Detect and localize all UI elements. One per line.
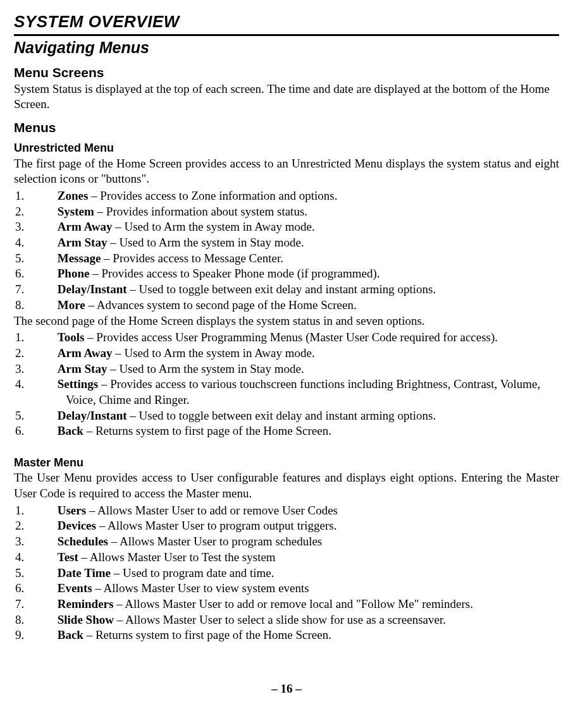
item-number: 2. [40, 346, 54, 361]
master-intro: The User Menu provides access to User co… [14, 470, 559, 501]
item-number: 7. [40, 282, 54, 298]
item-term: Arm Away [58, 346, 113, 360]
item-desc: – Allows Master User to program schedule… [108, 535, 322, 548]
item-number: 5. [40, 566, 54, 581]
list-item: 4. Test – Allows Master User to Test the… [14, 550, 559, 566]
item-desc: – Allows Master User to Test the system [78, 550, 276, 564]
unrestricted-menu-heading: Unrestricted Menu [14, 141, 559, 155]
item-desc: – Allows Master User to add or remove Us… [86, 504, 338, 517]
item-term: Delay/Instant [58, 409, 127, 422]
item-term: More [58, 298, 85, 312]
item-term: Arm Away [58, 220, 113, 233]
item-desc: – Provides information about system stat… [94, 205, 307, 218]
item-desc: – Used to Arm the system in Stay mode. [107, 236, 304, 249]
item-term: Schedules [58, 535, 108, 548]
list-item: 7. Reminders – Allows Master User to add… [14, 597, 559, 612]
item-desc: – Used to program date and time. [111, 566, 274, 579]
item-number: 4. [40, 550, 54, 566]
item-term: Zones [58, 189, 89, 202]
list-item: 4. Settings – Provides access to various… [14, 377, 559, 408]
list-item: 7. Delay/Instant – Used to toggle betwee… [14, 282, 559, 298]
item-term: System [58, 205, 94, 218]
item-term: Reminders [58, 597, 114, 610]
item-term: Back [58, 424, 83, 437]
master-list: 1. Users – Allows Master User to add or … [14, 503, 559, 643]
item-desc: – Provides access to Message Center. [101, 252, 283, 265]
item-desc: – Provides access to various touchscreen… [66, 377, 540, 406]
item-term: Settings [58, 377, 98, 391]
item-number: 9. [40, 628, 54, 643]
list-item: 8. More – Advances system to second page… [14, 298, 559, 313]
list-item: 2. Arm Away – Used to Arm the system in … [14, 346, 559, 361]
item-term: Events [58, 581, 92, 595]
list-item: 2. Devices – Allows Master User to progr… [14, 518, 559, 534]
item-term: Devices [58, 519, 96, 532]
list-item: 6. Back – Returns system to first page o… [14, 423, 559, 439]
unrestricted-list-page2: 1. Tools – Provides access User Programm… [14, 330, 559, 439]
item-term: Delay/Instant [58, 282, 127, 296]
item-number: 2. [40, 204, 54, 220]
item-number: 3. [40, 534, 54, 550]
item-desc: – Allows Master User to view system even… [92, 581, 309, 595]
chapter-title: SYSTEM OVERVIEW [14, 11, 559, 36]
item-term: Arm Stay [58, 362, 108, 375]
item-number: 5. [40, 408, 54, 424]
list-item: 1. Zones – Provides access to Zone infor… [14, 188, 559, 204]
list-item: 3. Arm Stay – Used to Arm the system in … [14, 361, 559, 377]
item-desc: – Used to toggle between exit delay and … [127, 409, 436, 422]
menus-heading: Menus [14, 119, 559, 136]
list-item: 6. Phone – Provides access to Speaker Ph… [14, 266, 559, 282]
item-number: 7. [40, 597, 54, 612]
item-number: 1. [40, 503, 54, 519]
item-term: Slide Show [58, 613, 114, 626]
item-term: Arm Stay [58, 236, 108, 249]
list-item: 8. Slide Show – Allows Master User to se… [14, 612, 559, 628]
list-item: 2. System – Provides information about s… [14, 204, 559, 220]
menu-screens-heading: Menu Screens [14, 64, 559, 81]
item-desc: – Returns system to first page of the Ho… [83, 424, 331, 437]
item-number: 6. [40, 266, 54, 282]
page-number: – 16 – [14, 681, 559, 697]
item-number: 3. [40, 361, 54, 377]
item-number: 4. [40, 377, 54, 392]
list-item: 3. Schedules – Allows Master User to pro… [14, 534, 559, 550]
item-term: Users [58, 504, 86, 517]
menu-screens-text: System Status is displayed at the top of… [14, 82, 559, 112]
item-term: Tools [58, 331, 85, 344]
item-number: 8. [40, 612, 54, 628]
section-title: Navigating Menus [14, 37, 559, 58]
item-number: 3. [40, 219, 54, 235]
item-number: 4. [40, 235, 54, 251]
item-desc: – Used to Arm the system in Stay mode. [107, 362, 304, 375]
list-item: 4. Arm Stay – Used to Arm the system in … [14, 235, 559, 251]
item-desc: – Used to Arm the system in Away mode. [112, 346, 314, 360]
item-term: Date Time [58, 566, 111, 579]
item-number: 1. [40, 330, 54, 346]
list-item: 6. Events – Allows Master User to view s… [14, 581, 559, 597]
item-number: 5. [40, 251, 54, 267]
list-item: 9. Back – Returns system to first page o… [14, 628, 559, 643]
item-number: 1. [40, 188, 54, 204]
item-desc: – Used to Arm the system in Away mode. [112, 220, 314, 233]
unrestricted-mid: The second page of the Home Screen displ… [14, 313, 559, 329]
item-term: Test [58, 550, 78, 564]
list-item: 3. Arm Away – Used to Arm the system in … [14, 219, 559, 235]
unrestricted-intro: The first page of the Home Screen provid… [14, 156, 559, 187]
item-number: 2. [40, 518, 54, 534]
list-item: 5. Date Time – Used to program date and … [14, 566, 559, 581]
item-term: Back [58, 628, 83, 641]
item-desc: – Provides access User Programming Menus… [84, 331, 498, 344]
item-desc: – Provides access to Zone information an… [88, 189, 337, 202]
item-number: 6. [40, 423, 54, 439]
item-number: 6. [40, 581, 54, 597]
item-number: 8. [40, 298, 54, 313]
unrestricted-list-page1: 1. Zones – Provides access to Zone infor… [14, 188, 559, 313]
list-item: 5. Delay/Instant – Used to toggle betwee… [14, 408, 559, 424]
list-item: 1. Tools – Provides access User Programm… [14, 330, 559, 346]
item-desc: – Allows Master User to add or remove lo… [113, 597, 473, 610]
item-term: Phone [58, 267, 90, 280]
item-term: Message [58, 252, 101, 265]
item-desc: – Used to toggle between exit delay and … [127, 282, 436, 296]
master-menu-heading: Master Menu [14, 456, 559, 470]
item-desc: – Provides access to Speaker Phone mode … [89, 267, 379, 280]
